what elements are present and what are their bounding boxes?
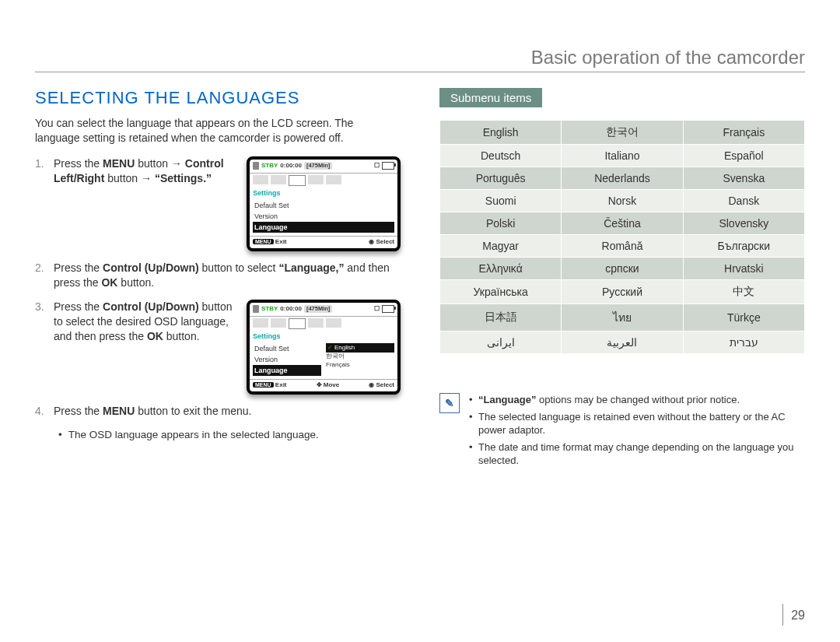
language-cell: ไทย [562,304,683,332]
language-cell: Nederlands [562,167,683,190]
language-cell: Norsk [562,190,683,212]
language-cell: Suomi [440,190,562,212]
page-header: Basic operation of the camcorder [35,47,805,72]
step: 1.Press the MENU button → Control Left/R… [35,156,401,251]
step: 4.Press the MENU button to exit the menu… [35,404,401,419]
language-cell: Français [683,121,804,145]
step-text: Press the MENU button to exit the menu. [54,404,401,419]
step-number: 1. [35,156,47,171]
language-cell: Ελληνικά [440,258,562,280]
language-cell: српски [562,258,683,280]
step-number: 4. [35,404,47,419]
step-number: 3. [35,300,47,314]
table-row: 日本語ไทยTürkçe [440,304,805,332]
language-cell: Português [440,167,562,190]
table-row: PolskiČeštinaSlovensky [440,212,805,235]
left-column: SELECTING THE LANGUAGES You can select t… [35,88,401,471]
note-item: “Language” options may be changed withou… [469,393,805,407]
notes-list: “Language” options may be changed withou… [469,393,805,471]
steps-list: 1.Press the MENU button → Control Left/R… [35,156,401,419]
language-cell: Українська [440,280,562,304]
language-cell: Български [683,235,804,258]
page-number: 29 [783,609,805,623]
table-row: УкраїнськаРусский中文 [440,280,805,304]
step-text: Press the Control (Up/Down) button to se… [54,261,401,290]
language-cell: Italiano [562,145,683,167]
language-cell: Magyar [440,235,562,258]
table-row: SuomiNorskDansk [440,190,805,212]
submenu-pill: Submenu items [439,88,542,107]
language-cell: Deutsch [440,145,562,167]
language-cell: English [440,121,562,145]
language-cell: Svenska [683,167,804,190]
lcd-screenshot: STBY 0:00:00 [475Min]☐SettingsDefault Se… [247,300,401,395]
language-cell: 日本語 [440,304,562,332]
intro-text: You can select the language that appears… [35,116,401,146]
table-row: DeutschItalianoEspañol [440,145,805,167]
note-item: The date and time format may change depe… [469,440,805,468]
step: 2.Press the Control (Up/Down) button to … [35,261,401,290]
language-cell: Русский [562,280,683,304]
header-title: Basic operation of the camcorder [35,47,805,68]
language-cell: ایرانی [440,332,562,354]
right-column: Submenu items English한국어FrançaisDeutschI… [439,88,805,471]
table-row: ایرانیالعربیةעברית [440,332,805,354]
language-cell: Hrvatski [683,258,804,280]
language-cell: Türkçe [683,304,804,332]
note-icon: ✎ [439,393,460,413]
language-cell: Slovensky [683,212,804,235]
section-heading: SELECTING THE LANGUAGES [35,88,401,108]
step-text: Press the Control (Up/Down) button to se… [54,300,240,344]
step-text: Press the MENU button → Control Left/Rig… [54,156,240,186]
languages-table: English한국어FrançaisDeutschItalianoEspañol… [439,120,805,354]
step: 3.Press the Control (Up/Down) button to … [35,300,401,395]
language-cell: Polski [440,212,562,235]
language-cell: Español [683,145,804,167]
table-row: ΕλληνικάсрпскиHrvatski [440,258,805,280]
table-row: English한국어Français [440,121,805,145]
language-cell: Dansk [683,190,804,212]
language-cell: עברית [683,332,804,354]
table-row: PortuguêsNederlandsSvenska [440,167,805,190]
note-item: The selected language is retained even w… [469,410,805,437]
lcd-screenshot: STBY 0:00:00 [475Min]☐SettingsDefault Se… [247,156,401,251]
step-number: 2. [35,261,47,275]
notes-box: ✎ “Language” options may be changed with… [439,393,805,471]
language-cell: 한국어 [562,121,683,145]
language-cell: Čeština [562,212,683,235]
language-cell: Română [562,235,683,258]
result-bullet: The OSD language appears in the selected… [58,428,401,442]
language-cell: 中文 [683,280,804,304]
table-row: MagyarRomânăБългарски [440,235,805,258]
language-cell: العربیة [562,332,683,354]
